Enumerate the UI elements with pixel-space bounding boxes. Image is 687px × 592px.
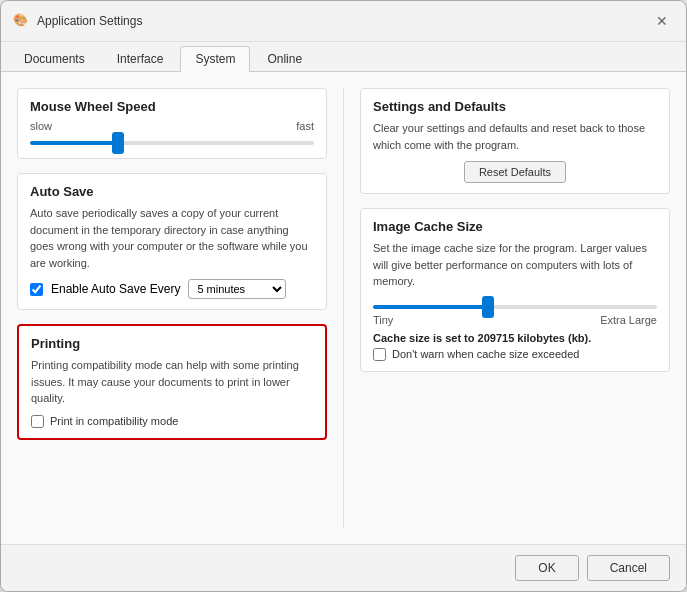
ok-button[interactable]: OK	[515, 555, 578, 581]
auto-save-row: Enable Auto Save Every 1 minute 2 minute…	[30, 279, 314, 299]
cancel-button[interactable]: Cancel	[587, 555, 670, 581]
mouse-wheel-section: Mouse Wheel Speed slow fast	[17, 88, 327, 159]
footer: OK Cancel	[1, 544, 686, 591]
close-button[interactable]: ✕	[650, 9, 674, 33]
slow-label: slow	[30, 120, 52, 132]
auto-save-label: Enable Auto Save Every	[51, 282, 180, 296]
auto-save-section: Auto Save Auto save periodically saves a…	[17, 173, 327, 310]
cache-warning-row: Don't warn when cache size exceeded	[373, 348, 657, 361]
right-panel: Settings and Defaults Clear your setting…	[344, 88, 670, 528]
printing-section: Printing Printing compatibility mode can…	[17, 324, 327, 440]
cache-warning-checkbox[interactable]	[373, 348, 386, 361]
tiny-label: Tiny	[373, 314, 393, 326]
auto-save-checkbox[interactable]	[30, 283, 43, 296]
print-compatibility-label: Print in compatibility mode	[50, 415, 178, 427]
tab-online[interactable]: Online	[252, 46, 317, 71]
mouse-wheel-labels: slow fast	[30, 120, 314, 132]
dialog-title: Application Settings	[37, 14, 142, 28]
tab-interface[interactable]: Interface	[102, 46, 179, 71]
app-icon: 🎨	[13, 13, 29, 29]
application-settings-dialog: 🎨 Application Settings ✕ Documents Inter…	[0, 0, 687, 592]
mouse-wheel-slider[interactable]	[30, 141, 314, 145]
reset-defaults-button[interactable]: Reset Defaults	[464, 161, 566, 183]
fast-label: fast	[296, 120, 314, 132]
tabs-container: Documents Interface System Online	[1, 42, 686, 72]
extra-large-label: Extra Large	[600, 314, 657, 326]
tab-documents[interactable]: Documents	[9, 46, 100, 71]
mouse-wheel-title: Mouse Wheel Speed	[30, 99, 314, 114]
title-bar-left: 🎨 Application Settings	[13, 13, 142, 29]
settings-defaults-section: Settings and Defaults Clear your setting…	[360, 88, 670, 194]
print-compatibility-checkbox[interactable]	[31, 415, 44, 428]
tab-system[interactable]: System	[180, 46, 250, 72]
main-content: Mouse Wheel Speed slow fast Auto Save Au…	[1, 72, 686, 544]
auto-save-description: Auto save periodically saves a copy of y…	[30, 205, 314, 271]
printing-title: Printing	[31, 336, 313, 351]
image-cache-section: Image Cache Size Set the image cache siz…	[360, 208, 670, 372]
printing-description: Printing compatibility mode can help wit…	[31, 357, 313, 407]
left-panel: Mouse Wheel Speed slow fast Auto Save Au…	[17, 88, 344, 528]
cache-warning-label: Don't warn when cache size exceeded	[392, 348, 579, 360]
auto-save-title: Auto Save	[30, 184, 314, 199]
printing-checkbox-row: Print in compatibility mode	[31, 415, 313, 428]
auto-save-interval-select[interactable]: 1 minute 2 minutes 5 minutes 10 minutes …	[188, 279, 286, 299]
settings-defaults-description: Clear your settings and defaults and res…	[373, 120, 657, 153]
cache-size-info: Cache size is set to 209715 kilobytes (k…	[373, 332, 657, 344]
image-cache-title: Image Cache Size	[373, 219, 657, 234]
title-bar: 🎨 Application Settings ✕	[1, 1, 686, 42]
image-cache-description: Set the image cache size for the program…	[373, 240, 657, 290]
image-cache-slider[interactable]	[373, 305, 657, 309]
settings-defaults-title: Settings and Defaults	[373, 99, 657, 114]
